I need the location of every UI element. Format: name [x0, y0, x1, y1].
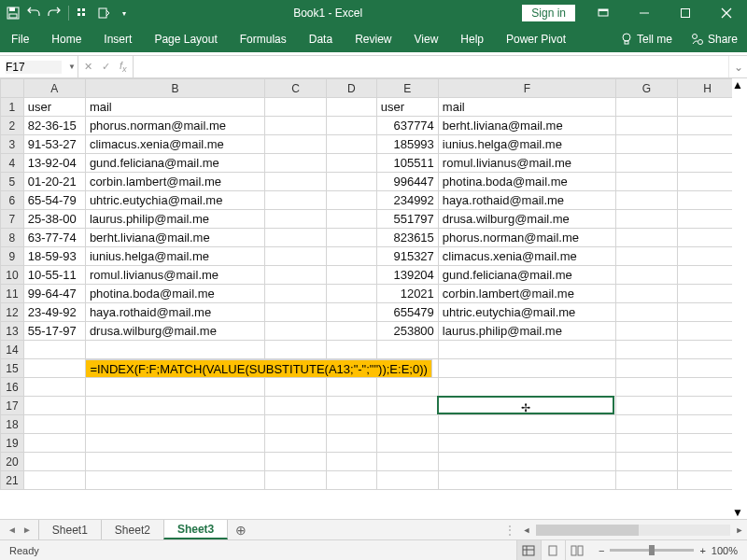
cell-A11[interactable]: 99-64-47	[23, 285, 85, 303]
cell-H15[interactable]	[677, 359, 732, 378]
cell-H7[interactable]	[677, 210, 732, 229]
cell-B11[interactable]: photina.boda@mail.me	[85, 285, 264, 303]
cell-D16[interactable]	[327, 378, 377, 397]
cell-A10[interactable]: 10-55-11	[23, 266, 85, 285]
cell-H5[interactable]	[677, 173, 732, 191]
cell-A4[interactable]: 13-92-04	[23, 154, 85, 173]
cell-C10[interactable]	[264, 266, 326, 285]
close-button[interactable]	[706, 0, 747, 26]
cell-A19[interactable]	[23, 434, 85, 453]
cell-G9[interactable]	[615, 247, 677, 266]
cell-C15[interactable]	[264, 359, 326, 378]
sheet-tab-2[interactable]: Sheet2	[101, 520, 164, 539]
cell-B2[interactable]: phorus.norman@mail.me	[85, 117, 264, 135]
name-box[interactable]	[6, 61, 62, 74]
cell-H16[interactable]	[677, 378, 732, 397]
cell-B1[interactable]: mail	[85, 98, 264, 117]
next-sheet-icon[interactable]: ►	[22, 525, 32, 535]
cell-E9[interactable]: 915327	[376, 247, 438, 266]
col-header-G[interactable]: G	[615, 79, 677, 98]
cell-A2[interactable]: 82-36-15	[23, 117, 85, 135]
row-header-15[interactable]: 15	[1, 359, 24, 378]
cell-A3[interactable]: 91-53-27	[23, 135, 85, 154]
tab-power-pivot[interactable]: Power Pivot	[495, 26, 577, 52]
cell-E5[interactable]: 996447	[376, 173, 438, 191]
cell-D17[interactable]	[327, 397, 377, 415]
zoom-slider[interactable]	[610, 549, 694, 552]
cell-E2[interactable]: 637774	[376, 117, 438, 135]
col-header-E[interactable]: E	[376, 79, 438, 98]
row-header-14[interactable]: 14	[1, 341, 24, 359]
cell-A18[interactable]	[23, 415, 85, 434]
cell-D10[interactable]	[327, 266, 377, 285]
cell-D12[interactable]	[327, 303, 377, 322]
cell-C14[interactable]	[264, 341, 326, 359]
cell-E6[interactable]: 234992	[376, 191, 438, 210]
cell-H2[interactable]	[677, 117, 732, 135]
cell-D1[interactable]	[327, 98, 377, 117]
col-header-F[interactable]: F	[438, 79, 615, 98]
cell-C19[interactable]	[264, 434, 326, 453]
cell-B4[interactable]: gund.feliciana@mail.me	[85, 154, 264, 173]
cell-H3[interactable]	[677, 135, 732, 154]
cell-E11[interactable]: 12021	[376, 285, 438, 303]
cell-B19[interactable]	[85, 434, 264, 453]
cell-D20[interactable]	[327, 453, 377, 471]
cell-B5[interactable]: corbin.lambert@mail.me	[85, 173, 264, 191]
cell-F13[interactable]: laurus.philip@mail.me	[438, 322, 615, 341]
cell-G8[interactable]	[615, 229, 677, 247]
cell-G11[interactable]	[615, 285, 677, 303]
cell-F10[interactable]: gund.feliciana@mail.me	[438, 266, 615, 285]
cell-F9[interactable]: climacus.xenia@mail.me	[438, 247, 615, 266]
tab-insert[interactable]: Insert	[92, 26, 143, 52]
cell-D11[interactable]	[327, 285, 377, 303]
row-header-9[interactable]: 9	[1, 247, 24, 266]
cell-B18[interactable]	[85, 415, 264, 434]
row-header-17[interactable]: 17	[1, 397, 24, 415]
cell-C11[interactable]	[264, 285, 326, 303]
cell-H10[interactable]	[677, 266, 732, 285]
cell-A16[interactable]	[23, 378, 85, 397]
share-button[interactable]: Share	[682, 26, 747, 52]
cell-C5[interactable]	[264, 173, 326, 191]
prev-sheet-icon[interactable]: ◄	[7, 525, 17, 535]
cell-D21[interactable]	[327, 471, 377, 490]
cell-G1[interactable]	[615, 98, 677, 117]
minimize-button[interactable]	[624, 0, 665, 26]
normal-view-button[interactable]	[516, 540, 541, 561]
cell-E10[interactable]: 139204	[376, 266, 438, 285]
cell-G7[interactable]	[615, 210, 677, 229]
cell-A14[interactable]	[23, 341, 85, 359]
cell-E1[interactable]: user	[376, 98, 438, 117]
cell-E4[interactable]: 105511	[376, 154, 438, 173]
tab-view[interactable]: View	[403, 26, 450, 52]
cell-D14[interactable]	[327, 341, 377, 359]
cell-C16[interactable]	[264, 378, 326, 397]
cell-H18[interactable]	[677, 415, 732, 434]
cell-B10[interactable]: romul.livianus@mail.me	[85, 266, 264, 285]
cell-A13[interactable]: 55-17-97	[23, 322, 85, 341]
cell-G14[interactable]	[615, 341, 677, 359]
cell-F18[interactable]	[438, 415, 615, 434]
cell-F4[interactable]: romul.livianus@mail.me	[438, 154, 615, 173]
tab-page-layout[interactable]: Page Layout	[143, 26, 228, 52]
cell-F3[interactable]: iunius.helga@mail.me	[438, 135, 615, 154]
cell-G16[interactable]	[615, 378, 677, 397]
row-header-2[interactable]: 2	[1, 117, 24, 135]
scroll-down-icon[interactable]: ▼	[732, 506, 747, 519]
qat-icon-2[interactable]	[94, 4, 113, 22]
row-header-19[interactable]: 19	[1, 434, 24, 453]
row-header-8[interactable]: 8	[1, 229, 24, 247]
tab-data[interactable]: Data	[298, 26, 344, 52]
cell-F8[interactable]: phorus.norman@mail.me	[438, 229, 615, 247]
cell-A8[interactable]: 63-77-74	[23, 229, 85, 247]
cell-G13[interactable]	[615, 322, 677, 341]
cell-G3[interactable]	[615, 135, 677, 154]
row-header-6[interactable]: 6	[1, 191, 24, 210]
cell-A20[interactable]	[23, 453, 85, 471]
row-header-12[interactable]: 12	[1, 303, 24, 322]
cell-D7[interactable]	[327, 210, 377, 229]
col-header-B[interactable]: B	[85, 79, 264, 98]
cell-D5[interactable]	[327, 173, 377, 191]
cell-B14[interactable]	[85, 341, 264, 359]
